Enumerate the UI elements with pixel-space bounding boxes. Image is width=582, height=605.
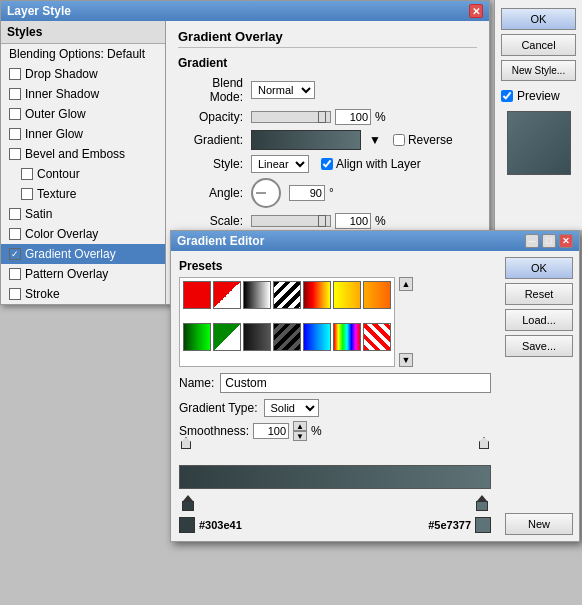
ok-button[interactable]: OK [501, 8, 576, 30]
presets-label: Presets [179, 259, 491, 273]
preset-swatch-warm[interactable] [303, 281, 331, 309]
inner-glow-checkbox[interactable] [9, 128, 21, 140]
presets-scroll-up[interactable]: ▲ [399, 277, 413, 291]
style-row: Style: Linear Radial Angle Align with La… [178, 155, 477, 173]
blend-mode-row: Blend Mode: Normal Multiply Screen [178, 76, 477, 104]
gradient-editor-title: Gradient Editor [177, 234, 264, 248]
style-select[interactable]: Linear Radial Angle [251, 155, 309, 173]
smoothness-input[interactable]: 100 [253, 423, 289, 439]
ge-load-button[interactable]: Load... [505, 309, 573, 331]
angle-input[interactable]: 90 [289, 185, 325, 201]
satin-checkbox[interactable] [9, 208, 21, 220]
sidebar-item-pattern-overlay[interactable]: Pattern Overlay [1, 264, 165, 284]
style-label: Style: [178, 157, 243, 171]
color-stop-right[interactable] [475, 495, 489, 511]
opacity-slider[interactable] [251, 111, 331, 123]
reverse-checkbox[interactable] [393, 134, 405, 146]
pattern-overlay-checkbox[interactable] [9, 268, 21, 280]
sidebar-item-gradient-overlay[interactable]: ✓ Gradient Overlay [1, 244, 165, 264]
sidebar-item-inner-glow[interactable]: Inner Glow [1, 124, 165, 144]
inner-shadow-checkbox[interactable] [9, 88, 21, 100]
ge-new-button[interactable]: New [505, 513, 573, 535]
close-icon[interactable]: ✕ [469, 4, 483, 18]
gradient-dropdown-icon[interactable]: ▼ [369, 133, 381, 147]
sidebar-item-stroke[interactable]: Stroke [1, 284, 165, 304]
close-icon[interactable]: ✕ [559, 234, 573, 248]
preset-swatch-orange[interactable] [363, 281, 391, 309]
preset-swatch-rainbow[interactable] [333, 323, 361, 351]
preset-swatch-stripe[interactable] [363, 323, 391, 351]
preset-swatch-bw[interactable] [243, 281, 271, 309]
maximize-icon[interactable]: □ [542, 234, 556, 248]
scale-input[interactable]: 100 [335, 213, 371, 229]
color-overlay-checkbox[interactable] [9, 228, 21, 240]
smoothness-up-arrow[interactable]: ▲ [293, 421, 307, 431]
smoothness-unit: % [311, 424, 322, 438]
smoothness-down-arrow[interactable]: ▼ [293, 431, 307, 441]
preset-swatch-darkdiag[interactable] [273, 323, 301, 351]
preset-swatch-yellow[interactable] [333, 281, 361, 309]
gradient-editor-main: Presets [171, 251, 499, 541]
gradient-preview-bar[interactable] [251, 130, 361, 150]
gradient-editor-body: Presets [171, 251, 579, 541]
sidebar-item-texture[interactable]: Texture [1, 184, 165, 204]
ge-save-button[interactable]: Save... [505, 335, 573, 357]
scale-unit: % [375, 214, 386, 228]
name-input[interactable]: Custom [220, 373, 491, 393]
opacity-input[interactable]: 100 [335, 109, 371, 125]
preset-swatch-greenwhite[interactable] [213, 323, 241, 351]
preset-swatch-green[interactable] [183, 323, 211, 351]
preset-swatch-rw[interactable] [213, 281, 241, 309]
preset-swatch-dark[interactable] [243, 323, 271, 351]
outer-glow-checkbox[interactable] [9, 108, 21, 120]
sidebar-item-drop-shadow[interactable]: Drop Shadow [1, 64, 165, 84]
contour-checkbox[interactable] [21, 168, 33, 180]
opacity-row: Opacity: 100 % [178, 109, 477, 125]
new-style-button[interactable]: New Style... [501, 60, 576, 81]
stroke-checkbox[interactable] [9, 288, 21, 300]
subsection-title: Gradient [178, 56, 477, 70]
preset-swatch-bwdiag[interactable] [273, 281, 301, 309]
scale-label: Scale: [178, 214, 243, 228]
sidebar-item-satin[interactable]: Satin [1, 204, 165, 224]
texture-checkbox[interactable] [21, 188, 33, 200]
minimize-icon[interactable]: ─ [525, 234, 539, 248]
blend-mode-select[interactable]: Normal Multiply Screen [251, 81, 315, 99]
gradient-type-select[interactable]: Solid Noise [264, 399, 319, 417]
drop-shadow-checkbox[interactable] [9, 68, 21, 80]
smoothness-label: Smoothness: [179, 424, 249, 438]
left-stop-hex: #303e41 [199, 519, 242, 531]
cancel-button[interactable]: Cancel [501, 34, 576, 56]
blend-mode-label: Blend Mode: [178, 76, 243, 104]
presets-area: ▲ ▼ [179, 277, 491, 367]
layer-style-titlebar: Layer Style ✕ [1, 1, 489, 21]
opacity-slider-container: 100 % [251, 109, 386, 125]
sidebar-item-inner-shadow[interactable]: Inner Shadow [1, 84, 165, 104]
sidebar-spacer [505, 361, 573, 509]
bevel-emboss-checkbox[interactable] [9, 148, 21, 160]
gradient-overlay-section: Gradient Overlay Gradient Blend Mode: No… [166, 21, 489, 242]
smoothness-row: Smoothness: 100 ▲ ▼ % [179, 421, 491, 441]
right-stop-color-swatch [475, 517, 491, 533]
gradient-bar-container [179, 447, 491, 511]
ge-reset-button[interactable]: Reset [505, 283, 573, 305]
angle-degree: ° [329, 186, 334, 200]
gradient-overlay-checkbox[interactable]: ✓ [9, 248, 21, 260]
color-stop-left[interactable] [181, 495, 195, 511]
align-layer-checkbox[interactable] [321, 158, 333, 170]
sidebar-item-blending-options[interactable]: Blending Options: Default [1, 44, 165, 64]
sidebar-item-bevel-emboss[interactable]: Bevel and Emboss [1, 144, 165, 164]
gradient-editor-dialog: Gradient Editor ─ □ ✕ Presets [170, 230, 580, 542]
sidebar-item-contour[interactable]: Contour [1, 164, 165, 184]
gradient-bar[interactable] [179, 465, 491, 489]
ge-ok-button[interactable]: OK [505, 257, 573, 279]
scale-slider[interactable] [251, 215, 331, 227]
preset-swatch-blue[interactable] [303, 323, 331, 351]
angle-row: Angle: 90 ° [178, 178, 477, 208]
presets-scroll-down[interactable]: ▼ [399, 353, 413, 367]
sidebar-item-outer-glow[interactable]: Outer Glow [1, 104, 165, 124]
preset-swatch-red[interactable] [183, 281, 211, 309]
angle-dial[interactable] [251, 178, 281, 208]
sidebar-item-color-overlay[interactable]: Color Overlay [1, 224, 165, 244]
preview-checkbox[interactable] [501, 90, 513, 102]
